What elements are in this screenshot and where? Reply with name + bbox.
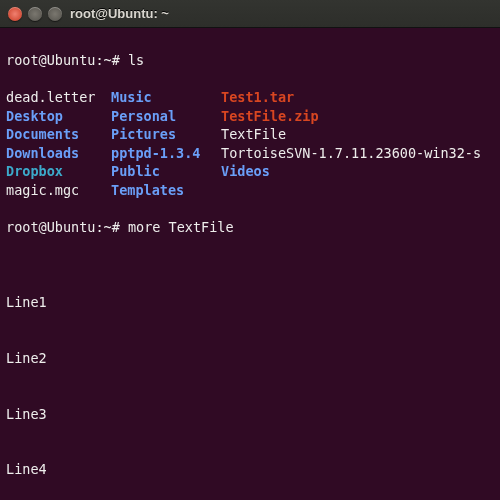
prompt-user: root@Ubuntu xyxy=(6,218,95,237)
list-item: Downloads xyxy=(6,144,111,163)
list-item: Test1.tar xyxy=(221,88,481,107)
close-icon[interactable] xyxy=(8,7,22,21)
prompt-sep: : xyxy=(95,51,103,70)
list-item: Public xyxy=(111,162,221,181)
prompt-hash: # xyxy=(112,51,128,70)
prompt-line-2: root@Ubuntu:~# more TextFile xyxy=(6,218,494,237)
ls-col-1: dead.letter Desktop Documents Downloads … xyxy=(6,88,111,200)
list-item: Music xyxy=(111,88,221,107)
prompt-hash: # xyxy=(112,218,128,237)
minimize-icon[interactable] xyxy=(28,7,42,21)
list-item: TextFile xyxy=(221,125,481,144)
list-item: TestFile.zip xyxy=(221,107,481,126)
list-item: Desktop xyxy=(6,107,111,126)
maximize-icon[interactable] xyxy=(48,7,62,21)
list-item: pptpd-1.3.4 xyxy=(111,144,221,163)
list-item: Documents xyxy=(6,125,111,144)
command-ls: ls xyxy=(128,51,144,70)
list-item: Personal xyxy=(111,107,221,126)
list-item: Videos xyxy=(221,162,481,181)
file-line: Line3 xyxy=(6,405,494,424)
prompt-line-1: root@Ubuntu:~# ls xyxy=(6,51,494,70)
title-bar: root@Ubuntu: ~ xyxy=(0,0,500,28)
window-controls xyxy=(8,7,62,21)
file-line: Line2 xyxy=(6,349,494,368)
prompt-path: ~ xyxy=(104,51,112,70)
ls-col-2: Music Personal Pictures pptpd-1.3.4 Publ… xyxy=(111,88,221,200)
window-title: root@Ubuntu: ~ xyxy=(70,6,169,21)
ls-output: dead.letter Desktop Documents Downloads … xyxy=(6,88,494,200)
command-more: more TextFile xyxy=(128,218,234,237)
list-item: Templates xyxy=(111,181,221,200)
ls-col-3: Test1.tar TestFile.zip TextFile Tortoise… xyxy=(221,88,481,200)
prompt-user: root@Ubuntu xyxy=(6,51,95,70)
file-line: Line4 xyxy=(6,460,494,479)
list-item: magic.mgc xyxy=(6,181,111,200)
list-item: dead.letter xyxy=(6,88,111,107)
prompt-sep: : xyxy=(95,218,103,237)
file-line: Line1 xyxy=(6,293,494,312)
list-item: TortoiseSVN-1.7.11.23600-win32-s xyxy=(221,144,481,163)
file-output: Line1 Line2 Line3 Line4 Line5 Line6 Line… xyxy=(6,256,494,501)
terminal[interactable]: root@Ubuntu:~# ls dead.letter Desktop Do… xyxy=(0,28,500,500)
list-item: Dropbox xyxy=(6,162,111,181)
prompt-path: ~ xyxy=(104,218,112,237)
list-item: Pictures xyxy=(111,125,221,144)
